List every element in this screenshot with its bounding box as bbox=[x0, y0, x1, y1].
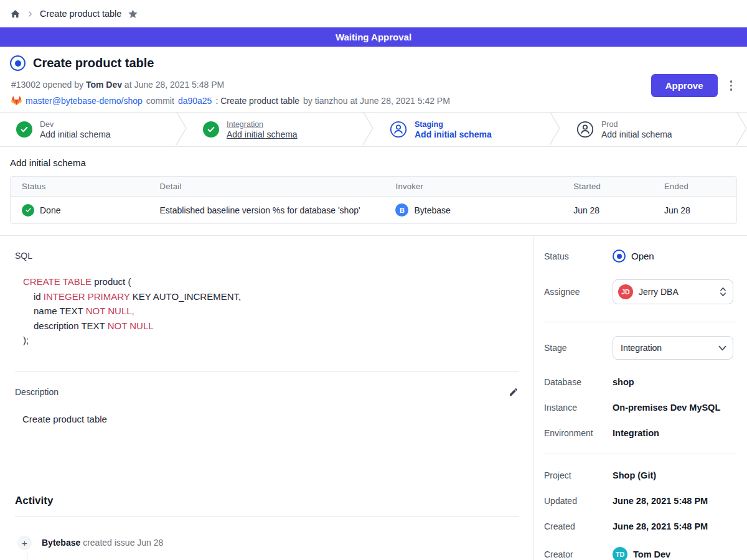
sql-line: name TEXT NOT NULL, bbox=[15, 304, 519, 319]
stage-env-label: Staging bbox=[415, 120, 492, 129]
stage-task-label[interactable]: Add initial schema bbox=[415, 129, 492, 139]
table-row[interactable]: Done Established baseline version %s for… bbox=[11, 197, 736, 223]
status-label: Status bbox=[544, 251, 613, 261]
task-table-header: Status Detail Invoker Started Ended bbox=[11, 177, 736, 197]
breadcrumb: Create product table bbox=[0, 0, 747, 27]
activity-item: + Bytebase created issue Jun 28 bbox=[17, 536, 519, 550]
column-header-started: Started bbox=[562, 177, 653, 196]
issue-header: Create product table #13002 opened by To… bbox=[0, 47, 747, 112]
creator-value: Tom Dev bbox=[633, 549, 670, 559]
more-options-icon[interactable] bbox=[728, 78, 735, 93]
chevron-right-icon bbox=[27, 11, 34, 17]
stage-staging[interactable]: Staging Add initial schema bbox=[374, 113, 549, 146]
favorite-star-icon[interactable] bbox=[128, 9, 138, 19]
divider bbox=[544, 454, 737, 454]
assignee-avatar: JD bbox=[618, 284, 633, 299]
column-header-detail: Detail bbox=[149, 177, 385, 196]
commit-info: master@bytebase-demo/shop commit da90a25… bbox=[11, 96, 450, 106]
assignee-label: Assignee bbox=[544, 287, 613, 297]
stage-separator bbox=[736, 112, 747, 147]
edit-pencil-icon[interactable] bbox=[509, 387, 519, 397]
sql-section-label: SQL bbox=[15, 251, 519, 261]
task-detail: Established baseline version %s for data… bbox=[149, 198, 385, 222]
sql-code-block: CREATE TABLE product ( id INTEGER PRIMAR… bbox=[15, 274, 519, 348]
timeline-connector bbox=[27, 552, 27, 560]
updated-value: June 28, 2021 5:48 PM bbox=[613, 496, 708, 506]
task-done-check-icon bbox=[22, 204, 34, 217]
stage-separator bbox=[549, 112, 560, 147]
plus-icon: + bbox=[17, 536, 32, 550]
divider bbox=[15, 371, 519, 372]
commit-suffix: by tianzhou at June 28, 2021 5:42 PM bbox=[303, 96, 450, 106]
description-label: Description bbox=[15, 387, 59, 397]
task-started: Jun 28 bbox=[562, 198, 653, 222]
sql-line: description TEXT NOT NULL bbox=[15, 319, 519, 334]
status-banner: Waiting Approval bbox=[0, 27, 747, 47]
instance-label: Instance bbox=[544, 403, 613, 413]
environment-label: Environment bbox=[544, 428, 613, 438]
stage-dev[interactable]: Dev Add initial schema bbox=[0, 113, 176, 146]
stage-env-label: Dev bbox=[40, 120, 111, 129]
project-label: Project bbox=[544, 470, 613, 480]
column-header-status: Status bbox=[11, 177, 149, 196]
sql-line: id INTEGER PRIMARY KEY AUTO_INCREMENT, bbox=[15, 289, 519, 304]
approve-button[interactable]: Approve bbox=[651, 74, 718, 97]
stage-task-label[interactable]: Add initial schema bbox=[227, 129, 298, 139]
created-label: Created bbox=[544, 521, 613, 531]
stage-task-label[interactable]: Add initial schema bbox=[40, 129, 111, 139]
activity-heading: Activity bbox=[15, 495, 519, 507]
creator-label: Creator bbox=[544, 549, 613, 559]
status-open-icon bbox=[613, 250, 626, 263]
stage-label: Stage bbox=[544, 343, 613, 353]
task-ended: Jun 28 bbox=[653, 198, 736, 222]
column-header-ended: Ended bbox=[653, 177, 736, 196]
commit-branch-link[interactable]: master@bytebase-demo/shop bbox=[26, 96, 143, 106]
database-label: Database bbox=[544, 377, 613, 387]
stage-done-check-icon bbox=[203, 121, 219, 138]
description-content: Create product table bbox=[22, 414, 519, 424]
assignee-value: Jerry DBA bbox=[639, 287, 714, 297]
commit-word: commit bbox=[146, 96, 174, 106]
activity-actor: Bytebase bbox=[42, 538, 80, 548]
status-value: Open bbox=[631, 251, 654, 261]
task-section-heading: Add initial schema bbox=[10, 157, 747, 168]
task-status: Done bbox=[40, 205, 60, 215]
stage-select[interactable]: Integration bbox=[613, 336, 733, 360]
stage-integration[interactable]: Integration Add initial schema bbox=[187, 113, 362, 146]
issue-meta-suffix: at June 28, 2021 5:48 PM bbox=[122, 80, 224, 90]
divider bbox=[15, 516, 519, 517]
issue-meta: #13002 opened by Tom Dev at June 28, 202… bbox=[11, 80, 450, 90]
issue-main-panel: SQL CREATE TABLE product ( id INTEGER PR… bbox=[0, 236, 533, 560]
chevron-down-icon bbox=[718, 345, 726, 351]
commit-hash-link[interactable]: da90a25 bbox=[178, 96, 212, 106]
task-table: Status Detail Invoker Started Ended Done… bbox=[10, 176, 737, 224]
invoker-avatar: B bbox=[395, 203, 408, 217]
environment-value: Integration bbox=[613, 428, 659, 438]
stage-value: Integration bbox=[621, 343, 713, 353]
stage-task-label[interactable]: Add initial schema bbox=[601, 129, 672, 139]
task-section: Add initial schema Status Detail Invoker… bbox=[0, 157, 747, 235]
project-value: Shop (Git) bbox=[613, 470, 656, 480]
stage-person-icon bbox=[576, 121, 594, 138]
stage-prod[interactable]: Prod Add initial schema bbox=[560, 113, 736, 146]
task-invoker: Bytebase bbox=[414, 205, 450, 215]
issue-sidebar: Status Open Assignee JD Jerry DBA Stage … bbox=[533, 236, 747, 560]
stage-separator bbox=[176, 112, 187, 147]
assignee-select[interactable]: JD Jerry DBA bbox=[613, 279, 733, 304]
home-icon[interactable] bbox=[10, 9, 21, 19]
instance-value: On-premises Dev MySQL bbox=[613, 403, 720, 413]
sql-line: ); bbox=[15, 333, 519, 348]
issue-open-status-icon bbox=[10, 55, 26, 71]
sql-line: CREATE TABLE product ( bbox=[15, 274, 519, 289]
creator-avatar: TD bbox=[613, 547, 627, 560]
stage-env-label[interactable]: Integration bbox=[227, 120, 298, 129]
stage-env-label: Prod bbox=[601, 120, 672, 129]
stage-person-icon bbox=[390, 121, 407, 138]
issue-title: Create product table bbox=[33, 56, 154, 70]
divider bbox=[544, 322, 737, 322]
updated-label: Updated bbox=[544, 496, 613, 506]
column-header-invoker: Invoker bbox=[384, 177, 562, 196]
updown-chevron-icon bbox=[720, 287, 726, 297]
breadcrumb-current-page: Create product table bbox=[40, 9, 121, 19]
commit-message: : Create product table bbox=[215, 96, 299, 106]
